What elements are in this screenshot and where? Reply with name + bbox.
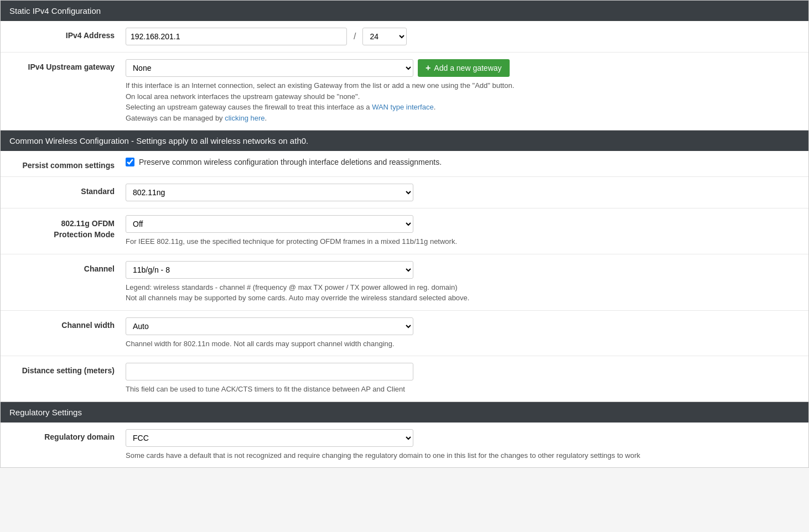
standard-select[interactable]: 802.11ng 802.11a 802.11b 802.11g 802.11n…	[126, 184, 413, 201]
channel-help1: Legend: wireless standards - channel # (…	[126, 283, 457, 291]
common-wireless-section: Common Wireless Configuration - Settings…	[0, 131, 809, 402]
gateway-select[interactable]: None	[126, 59, 413, 77]
distance-content: This field can be used to tune ACK/CTS t…	[126, 363, 800, 395]
ipv4-address-input[interactable]	[126, 28, 347, 45]
distance-row: Distance setting (meters) This field can…	[1, 356, 808, 401]
add-gateway-button[interactable]: + Add a new gateway	[418, 59, 510, 77]
gateway-help-line1: If this interface is an Internet connect…	[126, 81, 514, 90]
channel-label: Channel	[9, 261, 126, 273]
channel-row: Channel 11b/g/n - 8 11b/g/n - 1 11b/g/n …	[1, 254, 808, 311]
standard-label: Standard	[9, 184, 126, 196]
persist-checkbox[interactable]	[126, 158, 134, 166]
protection-select[interactable]: Off On	[126, 215, 413, 233]
ipv4-address-inline: / 24 8 16 25 26 27 28 29 30 32	[126, 28, 800, 45]
static-ipv4-section: Static IPv4 Configuration IPv4 Address /…	[0, 0, 809, 131]
regulatory-domain-label: Regulatory domain	[9, 429, 126, 441]
static-ipv4-body: IPv4 Address / 24 8 16 25 26 27 28	[1, 21, 808, 130]
ipv4-gateway-label: IPv4 Upstream gateway	[9, 59, 126, 71]
regulatory-domain-help: Some cards have a default that is not re…	[126, 450, 800, 461]
protection-help: For IEEE 802.11g, use the specified tech…	[126, 236, 800, 247]
wan-type-link[interactable]: WAN type interface	[372, 103, 434, 111]
gateway-help-line4-post: .	[265, 114, 267, 122]
cidr-select[interactable]: 24 8 16 25 26 27 28 29 30 32	[362, 28, 407, 45]
gateway-help-line2: On local area network interfaces the ups…	[126, 92, 360, 101]
static-ipv4-header: Static IPv4 Configuration	[1, 1, 808, 21]
ipv4-gateway-inline: None + Add a new gateway	[126, 59, 800, 77]
distance-help: This field can be used to tune ACK/CTS t…	[126, 384, 800, 395]
regulatory-title: Regulatory Settings	[9, 408, 82, 417]
channel-width-help: Channel width for 802.11n mode. Not all …	[126, 338, 800, 350]
gateway-help: If this interface is an Internet connect…	[126, 80, 800, 123]
plus-icon: +	[426, 63, 431, 73]
add-gateway-label: Add a new gateway	[434, 64, 501, 72]
persist-checkbox-row: Preserve common wireless configuration t…	[126, 158, 800, 166]
channel-help: Legend: wireless standards - channel # (…	[126, 282, 800, 304]
common-wireless-title: Common Wireless Configuration - Settings…	[9, 136, 308, 145]
regulatory-domain-select[interactable]: FCC ETSI MKK World	[126, 429, 413, 447]
distance-input[interactable]	[126, 363, 413, 380]
protection-content: Off On For IEEE 802.11g, use the specifi…	[126, 215, 800, 247]
gateway-help-line3-post: .	[434, 103, 436, 111]
persist-content: Preserve common wireless configuration t…	[126, 158, 800, 166]
regulatory-domain-content: FCC ETSI MKK World Some cards have a def…	[126, 429, 800, 461]
channel-content: 11b/g/n - 8 11b/g/n - 1 11b/g/n - 6 11b/…	[126, 261, 800, 304]
ipv4-address-content: / 24 8 16 25 26 27 28 29 30 32	[126, 28, 800, 45]
regulatory-body: Regulatory domain FCC ETSI MKK World Som…	[1, 423, 808, 468]
channel-width-row: Channel width Auto HT20 HT40 HT80 Channe…	[1, 311, 808, 357]
channel-width-label: Channel width	[9, 317, 126, 330]
distance-label: Distance setting (meters)	[9, 363, 126, 375]
persist-text: Preserve common wireless configuration t…	[139, 158, 442, 166]
channel-select[interactable]: 11b/g/n - 8 11b/g/n - 1 11b/g/n - 6 11b/…	[126, 261, 413, 279]
ipv4-gateway-content: None + Add a new gateway If this interfa…	[126, 59, 800, 123]
page-wrapper: Static IPv4 Configuration IPv4 Address /…	[0, 0, 809, 468]
channel-help2: Not all channels may be supported by som…	[126, 294, 469, 302]
gateway-help-line3-pre: Selecting an upstream gateway causes the…	[126, 103, 372, 111]
regulatory-header: Regulatory Settings	[1, 402, 808, 423]
clicking-here-link[interactable]: clicking here	[225, 114, 265, 122]
channel-width-content: Auto HT20 HT40 HT80 Channel width for 80…	[126, 317, 800, 350]
slash-divider: /	[351, 32, 358, 41]
ipv4-address-row: IPv4 Address / 24 8 16 25 26 27 28	[1, 21, 808, 53]
ipv4-address-label: IPv4 Address	[9, 28, 126, 40]
common-wireless-body: Persist common settings Preserve common …	[1, 151, 808, 401]
protection-row: 802.11g OFDMProtection Mode Off On For I…	[1, 208, 808, 254]
static-ipv4-title: Static IPv4 Configuration	[9, 6, 101, 15]
standard-row: Standard 802.11ng 802.11a 802.11b 802.11…	[1, 177, 808, 208]
protection-label: 802.11g OFDMProtection Mode	[9, 215, 126, 240]
persist-label: Persist common settings	[9, 158, 126, 170]
standard-content: 802.11ng 802.11a 802.11b 802.11g 802.11n…	[126, 184, 800, 201]
persist-row: Persist common settings Preserve common …	[1, 151, 808, 177]
channel-width-select[interactable]: Auto HT20 HT40 HT80	[126, 317, 413, 335]
ipv4-gateway-row: IPv4 Upstream gateway None + Add a new g…	[1, 53, 808, 130]
regulatory-section: Regulatory Settings Regulatory domain FC…	[0, 402, 809, 468]
gateway-help-line4-pre: Gateways can be managed by	[126, 114, 225, 122]
regulatory-domain-row: Regulatory domain FCC ETSI MKK World Som…	[1, 423, 808, 468]
common-wireless-header: Common Wireless Configuration - Settings…	[1, 131, 808, 151]
